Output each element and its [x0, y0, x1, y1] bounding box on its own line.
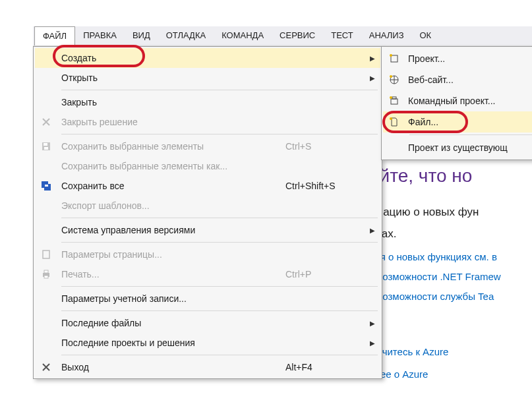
menuitem-print-label: Печать...: [57, 269, 285, 280]
menuitem-recent-files[interactable]: Последние файлы ▶: [35, 313, 380, 333]
submenu-team-project-label: Командный проект...: [405, 96, 532, 106]
bg-link2[interactable]: е возможности .NET Framew: [369, 269, 532, 285]
submenu-file[interactable]: Файл...: [383, 111, 532, 132]
bg-line1: рмацию о новых фун: [369, 203, 532, 221]
svg-point-11: [390, 54, 392, 57]
svg-point-16: [390, 96, 392, 99]
svg-rect-8: [44, 270, 48, 273]
svg-point-17: [390, 117, 392, 120]
menuitem-close-solution: Закрыть решение: [35, 112, 380, 132]
bg-link1[interactable]: ния о новых функциях см. в: [369, 249, 532, 265]
submenu-arrow-icon: ▶: [365, 227, 380, 234]
menu-separator: [61, 134, 378, 134]
menuitem-create[interactable]: Создать ▶: [35, 48, 380, 68]
menuitem-export-templates: Экспорт шаблонов...: [35, 196, 380, 216]
menuitem-recent-projects[interactable]: Последние проекты и решения ▶: [35, 333, 380, 353]
menu-edit[interactable]: ПРАВКА: [75, 26, 125, 45]
menu-analyze[interactable]: АНАЛИЗ: [361, 26, 412, 45]
submenu-website-label: Веб-сайт...: [405, 74, 532, 85]
menuitem-save-all-label: Сохранить все: [57, 181, 285, 191]
svg-rect-9: [44, 276, 48, 278]
menuitem-print: Печать... Ctrl+P: [35, 264, 380, 284]
bg-link3[interactable]: е возможности службы Tea: [369, 289, 532, 305]
menu-debug[interactable]: ОТЛАДКА: [158, 26, 214, 45]
menuitem-exit-shortcut: Alt+F4: [285, 362, 365, 372]
new-file-icon: [383, 117, 405, 127]
submenu-arrow-icon: ▶: [365, 320, 380, 327]
menuitem-exit-label: Выход: [57, 362, 285, 372]
menuitem-create-label: Создать: [57, 53, 285, 63]
menuitem-close[interactable]: Закрыть: [35, 92, 380, 112]
print-icon: [35, 269, 57, 280]
menuitem-save-selected-shortcut: Ctrl+S: [285, 141, 365, 152]
menuitem-export-templates-label: Экспорт шаблонов...: [57, 200, 285, 211]
menuitem-save-selected: Сохранить выбранные элементы Ctrl+S: [35, 136, 380, 156]
menu-separator: [61, 218, 378, 218]
new-project-icon: [383, 53, 405, 64]
menuitem-page-setup-label: Параметры страницы...: [57, 249, 285, 260]
menuitem-save-all-shortcut: Ctrl+Shift+S: [285, 181, 365, 191]
submenu-project-label: Проект...: [405, 53, 532, 64]
menubar: ФАЙЛ ПРАВКА ВИД ОТЛАДКА КОМАНДА СЕРВИС Т…: [33, 26, 532, 46]
menuitem-source-control-label: Система управления версиями: [57, 225, 285, 235]
bg-line2: елах.: [369, 225, 532, 243]
menuitem-save-selected-label: Сохранить выбранные элементы: [57, 141, 285, 152]
menuitem-print-shortcut: Ctrl+P: [285, 269, 365, 280]
menu-team[interactable]: КОМАНДА: [214, 26, 272, 45]
menuitem-close-label: Закрыть: [57, 97, 285, 107]
submenu-arrow-icon: ▶: [365, 55, 380, 62]
file-dropdown: Создать ▶ Открыть ▶ Закрыть Закрыть реше…: [33, 46, 382, 379]
menuitem-account-settings[interactable]: Параметры учетной записи...: [35, 289, 380, 309]
svg-rect-15: [392, 97, 396, 99]
new-website-icon: [383, 74, 405, 85]
close-icon: [35, 117, 57, 127]
svg-rect-2: [44, 147, 48, 150]
menu-separator: [61, 286, 378, 287]
menuitem-source-control[interactable]: Система управления версиями ▶: [35, 220, 380, 240]
submenu-team-project[interactable]: Командный проект...: [383, 90, 532, 111]
menu-window[interactable]: ОК: [411, 26, 439, 45]
menuitem-exit[interactable]: Выход Alt+F4: [35, 357, 380, 377]
menu-separator: [409, 134, 532, 135]
page-setup-icon: [35, 249, 57, 260]
menu-view[interactable]: ВИД: [125, 26, 158, 45]
menu-test[interactable]: ТЕСТ: [323, 26, 361, 45]
submenu-website[interactable]: Веб-сайт...: [383, 69, 532, 90]
menu-separator: [61, 355, 378, 355]
menuitem-page-setup: Параметры страницы...: [35, 245, 380, 264]
svg-rect-10: [391, 55, 398, 62]
menu-separator: [61, 242, 378, 243]
menuitem-save-selected-as: Сохранить выбранные элементы как...: [35, 156, 380, 176]
svg-rect-1: [44, 143, 47, 146]
menu-separator: [61, 310, 378, 311]
background-content: айте, что но рмацию о новых фун елах. ни…: [369, 125, 532, 386]
svg-point-13: [390, 75, 392, 78]
close-icon: [35, 362, 57, 372]
menuitem-open[interactable]: Открыть ▶: [35, 68, 380, 88]
save-all-icon: [35, 181, 57, 191]
svg-rect-6: [43, 250, 49, 258]
menu-service[interactable]: СЕРВИС: [272, 26, 323, 45]
menuitem-recent-projects-label: Последние проекты и решения: [57, 338, 285, 348]
menuitem-open-label: Открыть: [57, 73, 285, 83]
svg-rect-14: [391, 99, 398, 104]
submenu-file-label: Файл...: [405, 117, 532, 127]
menuitem-save-all[interactable]: Сохранить все Ctrl+Shift+S: [35, 176, 380, 196]
submenu-arrow-icon: ▶: [365, 74, 380, 82]
submenu-from-existing-label: Проект из существующ: [405, 142, 532, 153]
menuitem-close-solution-label: Закрыть решение: [57, 117, 285, 127]
create-submenu: Проект... Веб-сайт... Командный проект..…: [381, 46, 532, 160]
submenu-project[interactable]: Проект...: [383, 48, 532, 69]
menuitem-save-selected-as-label: Сохранить выбранные элементы как...: [57, 161, 285, 171]
menuitem-account-settings-label: Параметры учетной записи...: [57, 293, 285, 304]
new-team-project-icon: [383, 96, 405, 106]
bg-azure1[interactable]: лючитесь к Azure: [369, 344, 532, 360]
submenu-arrow-icon: ▶: [365, 339, 380, 347]
menu-file[interactable]: ФАЙЛ: [34, 26, 75, 45]
save-icon: [35, 141, 57, 152]
menu-separator: [61, 90, 378, 90]
submenu-from-existing[interactable]: Проект из существующ: [383, 137, 532, 158]
bg-azure2[interactable]: бнее о Azure: [369, 367, 532, 382]
menuitem-recent-files-label: Последние файлы: [57, 318, 285, 328]
svg-rect-5: [45, 185, 48, 187]
